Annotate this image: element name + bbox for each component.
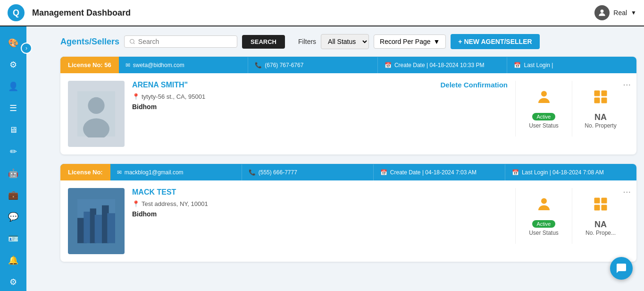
status-badge-2: Active bbox=[532, 220, 556, 228]
options-menu-2[interactable]: ··· bbox=[623, 186, 631, 197]
no-property-value-1: NA bbox=[594, 112, 607, 122]
agent-company-1: Bidhom bbox=[132, 103, 414, 111]
sidebar-item-chat[interactable]: 💬 bbox=[4, 208, 23, 226]
svg-rect-10 bbox=[602, 98, 607, 103]
pin-icon-1: 📍 bbox=[132, 93, 140, 100]
property-card-2: NA No. Prope... bbox=[572, 188, 629, 244]
username: Real bbox=[613, 9, 627, 17]
sidebar-item-list[interactable]: ☰ bbox=[4, 99, 23, 117]
svg-rect-22 bbox=[594, 205, 600, 211]
user-status-icon-1 bbox=[535, 89, 552, 109]
app-title: Management Dashboard bbox=[32, 8, 594, 18]
chat-button[interactable] bbox=[610, 257, 633, 280]
sidebar-item-user[interactable]: 👤 bbox=[4, 77, 23, 95]
svg-line-2 bbox=[134, 43, 134, 43]
agent-info-1: ARENA SMITH" 📍 tytyty-56 st., CA, 95001 … bbox=[132, 81, 414, 111]
svg-point-1 bbox=[130, 39, 134, 43]
status-cards-1: Active User Status NA No. Property bbox=[515, 81, 629, 137]
sidebar-item-id[interactable]: 🪪 bbox=[4, 230, 23, 248]
agent-photo-1 bbox=[68, 81, 125, 147]
filter-button[interactable]: Filters bbox=[290, 38, 316, 45]
phone-cell-2: 📞 (555) 666-7777 bbox=[242, 164, 374, 180]
avatar bbox=[594, 5, 610, 20]
caret-down-icon: ▼ bbox=[434, 38, 440, 45]
new-agent-button[interactable]: + NEW AGENT/SELLER bbox=[451, 34, 539, 49]
search-button[interactable]: SEARCH bbox=[242, 35, 285, 49]
user-status-card-1: Active User Status bbox=[516, 81, 572, 137]
search-box bbox=[124, 35, 237, 48]
record-per-page-button[interactable]: Record Per Page ▼ bbox=[374, 34, 446, 49]
sidebar-item-settings2[interactable]: ⚙ bbox=[4, 273, 23, 291]
license-badge-1: License No: 56 bbox=[60, 57, 119, 73]
license-badge-2: License No: bbox=[60, 164, 110, 180]
status-cards-2: Active User Status NA No. Prope... bbox=[515, 188, 629, 244]
sidebar-toggle[interactable]: › bbox=[21, 43, 32, 54]
search-input[interactable] bbox=[138, 38, 232, 45]
svg-rect-9 bbox=[594, 98, 600, 103]
delete-confirmation-1[interactable]: Delete Confirmation bbox=[440, 81, 508, 89]
calendar-icon-2: 📅 bbox=[514, 62, 521, 68]
sidebar-item-edit[interactable]: ✏ bbox=[4, 143, 23, 161]
sidebar-item-monitor[interactable]: 🖥 bbox=[4, 121, 23, 139]
svg-point-6 bbox=[541, 91, 547, 96]
property-icon-2 bbox=[592, 196, 609, 216]
svg-rect-8 bbox=[602, 91, 607, 96]
card-header-1: License No: 56 ✉ sweta@bidhom.com 📞 (676… bbox=[60, 57, 636, 73]
filter-icon bbox=[290, 38, 296, 45]
chevron-down-icon: ▼ bbox=[631, 9, 636, 16]
page-header: Agents/Sellers SEARCH Filters All Status… bbox=[60, 34, 636, 49]
user-status-card-2: Active User Status bbox=[516, 188, 572, 244]
svg-rect-7 bbox=[594, 91, 600, 96]
phone-icon-1: 📞 bbox=[255, 62, 262, 68]
sidebar-item-paint[interactable]: 🎨 bbox=[4, 34, 23, 52]
topbar: Q Management Dashboard Real ▼ bbox=[0, 0, 644, 26]
email-cell-2: ✉ mackblog1@gmail.com bbox=[110, 164, 242, 180]
phone-icon-2: 📞 bbox=[249, 169, 256, 176]
property-icon-1 bbox=[592, 88, 609, 109]
card-body-2: ··· MACK TEST 📍 Test address, NY, 1 bbox=[60, 180, 636, 262]
calendar-icon-1: 📅 bbox=[385, 62, 392, 68]
create-date-cell-2: 📅 Create Date | 04-18-2024 7:03 AM bbox=[374, 164, 505, 180]
email-cell-1: ✉ sweta@bidhom.com bbox=[119, 57, 249, 73]
svg-rect-21 bbox=[602, 198, 607, 204]
agent-photo-2 bbox=[68, 188, 125, 254]
svg-rect-20 bbox=[594, 198, 600, 204]
pin-icon-2: 📍 bbox=[132, 200, 140, 207]
user-menu[interactable]: Real ▼ bbox=[594, 5, 636, 20]
agent-name-1: ARENA SMITH" bbox=[132, 81, 414, 89]
agent-address-1: 📍 tytyty-56 st., CA, 95001 bbox=[132, 93, 414, 100]
card-header-info-2: ✉ mackblog1@gmail.com 📞 (555) 666-7777 📅… bbox=[110, 164, 636, 180]
page-title: Agents/Sellers bbox=[60, 37, 119, 47]
phone-cell-1: 📞 (676) 767-6767 bbox=[248, 57, 378, 73]
app-logo: Q bbox=[8, 4, 25, 21]
last-login-cell-2: 📅 Last Login | 04-18-2024 7:08 AM bbox=[505, 164, 636, 180]
sidebar-item-robot[interactable]: 🤖 bbox=[4, 164, 23, 182]
sidebar-item-briefcase[interactable]: 💼 bbox=[4, 186, 23, 204]
card-header-2: License No: ✉ mackblog1@gmail.com 📞 (555… bbox=[60, 164, 636, 180]
agent-info-2: MACK TEST 📍 Test address, NY, 10001 Bidh… bbox=[132, 188, 508, 218]
property-card-1: NA No. Property bbox=[572, 81, 629, 137]
agent-card-2: License No: ✉ mackblog1@gmail.com 📞 (555… bbox=[60, 164, 636, 262]
no-property-label-1: No. Property bbox=[585, 122, 616, 129]
no-property-value-2: NA bbox=[594, 220, 607, 230]
sidebar-item-settings[interactable]: ⚙ bbox=[4, 56, 23, 74]
sidebar-item-bell[interactable]: 🔔 bbox=[4, 251, 23, 269]
svg-point-0 bbox=[601, 9, 604, 13]
svg-point-19 bbox=[541, 198, 547, 204]
last-login-cell-1: 📅 Last Login | bbox=[507, 57, 636, 73]
agent-address-2: 📍 Test address, NY, 10001 bbox=[132, 200, 508, 207]
user-status-icon-2 bbox=[535, 196, 552, 216]
svg-point-4 bbox=[88, 97, 104, 114]
card-body-1: ··· ARENA SMITH" 📍 tytyty-56 st., CA, 95… bbox=[60, 73, 636, 154]
svg-rect-18 bbox=[77, 199, 115, 243]
search-icon bbox=[129, 38, 135, 45]
card-header-info-1: ✉ sweta@bidhom.com 📞 (676) 767-6767 📅 Cr… bbox=[119, 57, 636, 73]
options-menu-1[interactable]: ··· bbox=[623, 79, 631, 90]
agent-card-1: License No: 56 ✉ sweta@bidhom.com 📞 (676… bbox=[60, 57, 636, 154]
envelope-icon-2: ✉ bbox=[117, 169, 122, 176]
user-status-label-1: User Status bbox=[529, 122, 559, 129]
create-date-cell-1: 📅 Create Date | 04-18-2024 10:33 PM bbox=[378, 57, 508, 73]
user-status-label-2: User Status bbox=[529, 230, 559, 236]
status-select[interactable]: All Status Active Inactive bbox=[321, 34, 369, 49]
svg-rect-23 bbox=[602, 205, 607, 211]
